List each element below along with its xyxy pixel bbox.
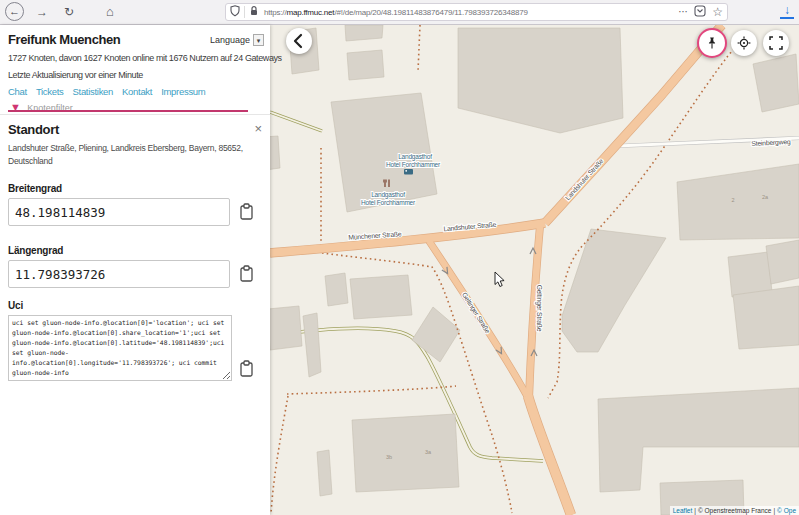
road-muenchener <box>270 223 545 253</box>
map-canvas[interactable]: Landgasthof Hotel Forchhammer Landgastho… <box>270 25 799 515</box>
locate-icon <box>737 36 751 50</box>
browser-home-button[interactable]: ⌂ <box>100 2 120 22</box>
locate-me-button[interactable] <box>731 30 757 56</box>
building-footprint <box>352 414 459 492</box>
app-title: Freifunk Muenchen <box>8 32 120 47</box>
building-footprint <box>325 273 348 306</box>
download-icon: ↓ <box>784 3 790 17</box>
bookmark-star-icon[interactable]: ☆ <box>712 7 723 17</box>
house-number: 3a <box>425 449 432 455</box>
street-label-landshuter-diagonal: Landshuter Straße <box>564 157 605 201</box>
mouse-cursor <box>495 272 504 287</box>
building-footprint <box>753 54 799 112</box>
browser-window: ← → ↻ ⌂ https://map.ffmuc.net/#!/de/map/… <box>0 0 799 515</box>
address-line2: Deutschland <box>8 155 243 168</box>
building-footprint <box>345 25 383 41</box>
longitude-input[interactable] <box>8 260 230 288</box>
fullscreen-icon <box>769 36 783 50</box>
street-label-geltinger-vertical: Geltinger Straße <box>535 285 543 332</box>
building-footprint <box>458 28 623 133</box>
building-footprint <box>733 286 799 349</box>
download-button[interactable]: ↓ <box>780 3 794 19</box>
back-icon: ← <box>9 5 20 17</box>
latitude-label: Breitengrad <box>8 183 62 194</box>
link-tickets[interactable]: Tickets <box>36 86 64 97</box>
house-number: 2a <box>762 194 769 200</box>
close-icon[interactable]: × <box>254 121 262 136</box>
clipboard-icon <box>239 203 254 220</box>
hotel-icon <box>404 169 413 175</box>
browser-reload-button[interactable]: ↻ <box>59 2 79 22</box>
copy-latitude-button[interactable] <box>238 203 254 221</box>
home-icon: ⌂ <box>106 4 114 19</box>
fullscreen-button[interactable] <box>763 30 789 56</box>
pin-location-button[interactable] <box>697 28 727 58</box>
building-footprint <box>728 252 772 297</box>
address-bar[interactable]: https://map.ffmuc.net/#!/de/map/20/48.19… <box>225 3 728 21</box>
building-footprint <box>347 50 384 80</box>
leaflet-link[interactable]: Leaflet <box>673 507 693 514</box>
map-attribution: Leaflet|© Openstreetmap France|© Ope <box>670 506 799 515</box>
uci-textarea[interactable]: uci set gluon-node-info.@location[0]='lo… <box>8 315 232 381</box>
clipboard-icon <box>239 265 254 282</box>
address-bar-divider <box>244 6 245 18</box>
language-dropdown-icon[interactable]: ▾ <box>253 34 264 46</box>
poi-hotel-label-line1: Landgasthof <box>398 153 432 161</box>
house-number: 2 <box>731 197 734 203</box>
building-footprint <box>562 229 666 352</box>
building-footprint <box>317 450 332 496</box>
page-actions-icon[interactable]: ⋯ <box>678 7 688 17</box>
browser-forward-button[interactable]: → <box>32 2 52 22</box>
language-label: Language <box>210 35 250 45</box>
url-text: https://map.ffmuc.net/#!/de/map/20/48.19… <box>264 8 528 17</box>
attribution-separator: | <box>773 507 775 514</box>
pocket-icon[interactable] <box>694 3 706 21</box>
link-statistiken[interactable]: Statistiken <box>73 86 114 97</box>
reload-icon: ↻ <box>64 5 74 19</box>
poi-hotel-label-line2: Hotel Forchhammer <box>386 161 441 168</box>
section-divider <box>0 114 270 115</box>
copy-uci-button[interactable] <box>238 360 254 378</box>
chevron-left-icon <box>286 28 312 54</box>
osm-credit-cut[interactable]: © Ope <box>777 507 796 514</box>
link-impressum[interactable]: Impressum <box>161 86 205 97</box>
tracking-shield-icon[interactable] <box>230 3 240 21</box>
language-select[interactable]: Language ▾ <box>210 34 264 46</box>
sidebar: Freifunk Muenchen Language ▾ 1727 Knoten… <box>0 25 270 515</box>
node-filter-input[interactable] <box>25 102 179 114</box>
attribution-separator: | <box>694 507 696 514</box>
poi-restaurant-label-line2: Hotel Forchhammer <box>361 199 416 206</box>
browser-toolbar: ← → ↻ ⌂ https://map.ffmuc.net/#!/de/map/… <box>0 0 799 25</box>
street-label-steinbergweg: Steinbergweg <box>751 138 791 148</box>
location-address: Landshuter Straße, Pliening, Landkreis E… <box>8 142 243 168</box>
road-geltinger-stem <box>528 396 571 515</box>
lock-icon[interactable] <box>249 3 259 21</box>
filter-underline <box>8 110 248 112</box>
copy-longitude-button[interactable] <box>238 265 254 283</box>
pushpin-icon <box>705 36 719 50</box>
link-kontakt[interactable]: Kontakt <box>122 86 152 97</box>
osm-france-credit[interactable]: © Openstreetmap France <box>698 507 771 514</box>
address-line1: Landshuter Straße, Pliening, Landkreis E… <box>8 142 243 155</box>
nav-links: Chat Tickets Statistiken Kontakt Impress… <box>8 86 205 97</box>
last-update: Letzte Aktualisierung vor einer Minute <box>8 70 143 80</box>
clipboard-icon <box>239 360 254 377</box>
sidebar-collapse-button[interactable] <box>286 28 312 54</box>
building-footprint <box>303 313 321 377</box>
filter-row: ▼ <box>10 97 179 115</box>
building-footprint <box>766 240 799 284</box>
building-footprint <box>598 388 799 492</box>
browser-back-button[interactable]: ← <box>5 2 24 21</box>
node-stats: 1727 Knoten, davon 1627 Knoten online mi… <box>8 53 282 63</box>
street-label-geltinger-diagonal: Geltinger Straße <box>460 291 492 335</box>
forward-icon: → <box>36 5 48 19</box>
building-footprint <box>677 164 799 240</box>
map-tiles: Landgasthof Hotel Forchhammer Landgastho… <box>270 25 799 515</box>
building-footprint <box>270 136 280 170</box>
latitude-input[interactable] <box>8 198 230 226</box>
longitude-label: Längengrad <box>8 245 63 256</box>
link-chat[interactable]: Chat <box>8 86 27 97</box>
uci-label: Uci <box>8 300 23 311</box>
standort-title: Standort <box>8 122 59 137</box>
building-footprint <box>270 306 302 350</box>
